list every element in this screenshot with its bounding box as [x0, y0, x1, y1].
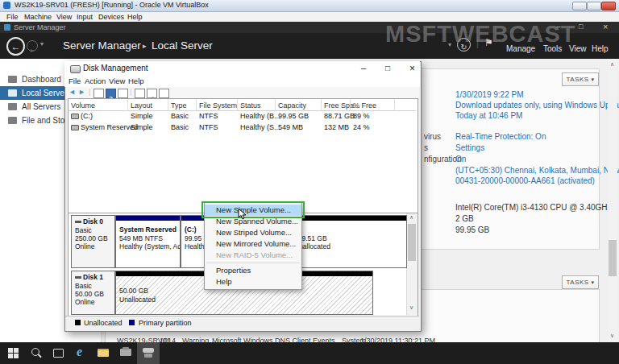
vbox-menu-devices[interactable]: Devices — [98, 13, 124, 21]
dashboard-icon — [8, 76, 17, 83]
breadcrumb-current[interactable]: Local Server — [152, 39, 213, 52]
vbox-close-button[interactable] — [601, 2, 616, 10]
dm-minimize-button[interactable]: – — [361, 63, 366, 72]
dm-menu-help[interactable]: Help — [128, 77, 144, 85]
start-button[interactable] — [2, 342, 24, 364]
legend-unallocated: Unallocated — [84, 319, 123, 327]
vbox-minimize-button[interactable] — [572, 2, 587, 10]
value-ie-config[interactable]: On — [455, 155, 466, 163]
col-volume[interactable]: Volume — [71, 101, 95, 110]
disk-drive-icon-base — [144, 354, 152, 358]
disk0-unallocated-region[interactable]: 149.51 GB Unallocated — [289, 215, 407, 268]
dm-menu-view[interactable]: View — [109, 77, 125, 85]
col-filesystem[interactable]: File System — [199, 101, 237, 110]
back-button[interactable]: ← — [6, 37, 25, 56]
taskbar-search-button[interactable] — [24, 342, 47, 364]
col-capacity[interactable]: Capacity — [278, 101, 306, 110]
events-tasks-button[interactable]: TASKS ▾ — [562, 275, 599, 289]
vbox-menu-view[interactable]: View — [56, 13, 72, 21]
disk-management-title: Disk Management — [83, 64, 148, 72]
content-scrollbar[interactable]: ∧ ∨ — [608, 59, 617, 342]
server-manager-title: Server Manager — [14, 23, 66, 31]
disk-view-scrollbar[interactable]: ∧ ∨ — [406, 213, 418, 315]
disk-management-taskbar-button[interactable] — [137, 342, 160, 364]
disk-management-menubar: File Action View Help — [64, 76, 420, 87]
menu-item-help[interactable]: Help — [205, 276, 301, 287]
col-layout[interactable]: Layout — [131, 101, 152, 110]
virtualbox-app-icon — [3, 2, 10, 9]
file-explorer-button[interactable] — [92, 342, 114, 364]
nav-back-icon[interactable]: ◄ — [69, 88, 76, 96]
menu-item-new-raid5-volume: New RAID-5 Volume... — [205, 250, 301, 261]
menu-item-new-mirrored-volume[interactable]: New Mirrored Volume... — [205, 238, 301, 250]
value-timezone[interactable]: (UTC+05:30) Chennai, Kolkata, Mumbai, Ne… — [455, 166, 619, 175]
server-manager-taskbar-button[interactable] — [114, 342, 137, 364]
content-scrollbar-thumb[interactable] — [609, 240, 617, 276]
server-manager-toolbox-lid — [123, 347, 129, 350]
value-memory: 2 GB — [455, 214, 474, 223]
action-pane-icon[interactable] — [135, 89, 145, 98]
vbox-maximize-button[interactable] — [587, 2, 601, 10]
mouse-cursor — [238, 208, 247, 221]
disk-view-scrollbar-thumb[interactable] — [408, 224, 416, 261]
tasks-caret-icon: ▾ — [591, 77, 594, 82]
disk-icon — [75, 276, 81, 279]
task-view-button[interactable] — [47, 342, 69, 364]
virtualbox-titlebar: WS2K19-SRV01 (FRESH) [Running] - Oracle … — [0, 0, 619, 12]
value-last-update-check[interactable]: 1/30/2019 9:22 PM — [455, 90, 524, 99]
menu-item-properties[interactable]: Properties — [205, 265, 301, 276]
window-view-icon[interactable] — [159, 89, 169, 98]
nav-forward-icon[interactable]: ► — [78, 88, 85, 96]
label-antivirus-clipped: virus — [424, 132, 441, 141]
internet-explorer-button[interactable]: e — [69, 342, 92, 364]
vbox-menu-machine[interactable]: Machine — [24, 13, 52, 21]
disk-management-titlebar[interactable]: Disk Management – □ × — [64, 61, 420, 76]
value-defender[interactable]: Real-Time Protection: On — [455, 132, 546, 141]
disk-management-app-icon — [70, 65, 81, 73]
forward-button[interactable]: ▸ — [27, 40, 38, 52]
menu-separator — [206, 263, 300, 263]
partition-system-reserved[interactable]: System Reserved 549 MB NTFS Healthy (Sys… — [115, 215, 181, 268]
disk-view-scroll-up-icon[interactable]: ∧ — [409, 214, 413, 221]
disk0-label-panel[interactable]: Disk 0 Basic 250.00 GB Online — [71, 215, 115, 268]
value-product-id[interactable]: 00431-20000-00000-AA661 (activated) — [455, 176, 595, 185]
value-windows-update[interactable]: Download updates only, using Windows Upd… — [455, 101, 619, 110]
properties-tasks-button[interactable]: TASKS ▾ — [562, 72, 599, 86]
legend-primary-partition: Primary partition — [139, 319, 192, 327]
disk-view-scroll-down-icon[interactable]: ∨ — [409, 304, 413, 311]
file-storage-icon — [8, 117, 17, 124]
toolbar-separator-2: | — [130, 88, 131, 96]
value-last-installed[interactable]: Today at 10:46 PM — [455, 111, 522, 120]
back-arrow-icon: ← — [11, 41, 21, 52]
dm-menu-file[interactable]: File — [69, 77, 81, 85]
check-disk-icon[interactable]: ✓ — [147, 89, 157, 98]
dm-close-button[interactable]: × — [409, 63, 415, 74]
volume-row-c[interactable]: (C:) Simple Basic NTFS Healthy (B... 99.… — [69, 110, 416, 122]
events-tasks-caret-icon: ▾ — [591, 279, 594, 285]
dm-maximize-button[interactable]: □ — [385, 64, 390, 72]
toolbar-separator: | — [89, 88, 90, 96]
windows-logo-icon — [8, 348, 19, 358]
col-pctfree[interactable]: % Free — [353, 101, 376, 110]
virtualbox-title: WS2K19-SRV01 (FRESH) [Running] - Oracle … — [15, 1, 209, 9]
value-feedback[interactable]: Settings — [455, 143, 484, 152]
show-hide-console-tree-icon[interactable] — [93, 89, 104, 98]
taskbar: e — [0, 342, 619, 364]
help-icon[interactable]: ? — [106, 89, 116, 98]
col-type[interactable]: Type — [171, 101, 187, 110]
menu-item-new-striped-volume[interactable]: New Striped Volume... — [205, 227, 301, 238]
vbox-menu-file[interactable]: File — [6, 13, 19, 21]
disk1-label-panel[interactable]: Disk 1 Basic 50.00 GB Online — [71, 271, 115, 315]
volume-icon — [71, 125, 79, 130]
volume-row-system-reserved[interactable]: System Reserved Simple Basic NTFS Health… — [69, 122, 416, 133]
properties-view-icon[interactable] — [118, 89, 128, 98]
vbox-menu-input[interactable]: Input — [77, 13, 93, 21]
dm-menu-action[interactable]: Action — [85, 77, 106, 85]
content-scroll-down-icon[interactable]: ∨ — [610, 333, 614, 339]
breadcrumb-root[interactable]: Server Manager — [63, 39, 141, 52]
primary-partition-bar — [116, 216, 180, 221]
vbox-menu-help[interactable]: Help — [127, 13, 143, 21]
nav-dropdown-icon[interactable]: ▾ — [40, 40, 44, 48]
content-scroll-up-icon[interactable]: ∧ — [610, 61, 614, 68]
col-status[interactable]: Status — [240, 101, 261, 110]
